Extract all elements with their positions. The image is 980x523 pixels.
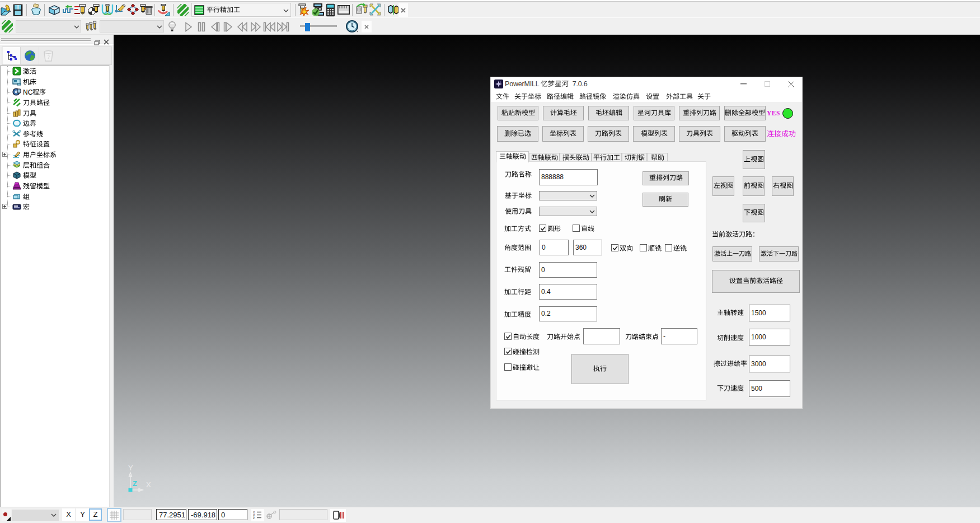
svg-text:X: X: [146, 480, 151, 489]
svg-text:Y: Y: [128, 465, 133, 472]
svg-text:z: z: [253, 516, 255, 520]
svg-text:Z: Z: [133, 479, 137, 488]
